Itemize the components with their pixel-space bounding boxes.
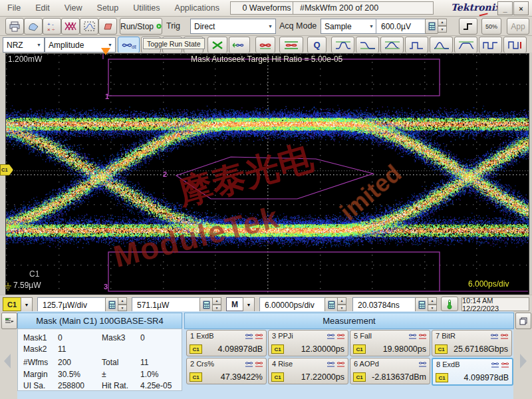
source-badge: C1: [190, 344, 202, 354]
stat-label: Hit Rat.: [102, 381, 140, 390]
menu-applications[interactable]: Applications: [168, 3, 227, 13]
measurement-cell-2[interactable]: 2 Crs% C1 47.39422%: [186, 358, 267, 384]
clear-data-button[interactable]: [98, 18, 117, 35]
eye-stat-icon[interactable]: [327, 332, 335, 339]
measurement-cell-7[interactable]: 7 BitR C1 25.67168Gbps: [432, 330, 512, 356]
mask-hits-icon[interactable]: [418, 332, 427, 339]
meas-cross-button[interactable]: [380, 37, 404, 53]
measurement-cell-6[interactable]: 6 AOPd C1 -2.813637dBm: [350, 358, 430, 384]
set-50-percent-button[interactable]: 50%: [481, 18, 501, 35]
app-button[interactable]: App: [507, 18, 529, 35]
eye-stat-icon[interactable]: [327, 360, 335, 367]
mask-waveform-counter: #MskWfm 200 of 200: [293, 1, 434, 15]
channel-select-arrow[interactable]: ▼: [21, 297, 33, 313]
mask-hits-icon[interactable]: [336, 360, 345, 367]
measurement-value: -2.813637dBm: [372, 372, 426, 382]
mask-hits-icon[interactable]: [501, 360, 509, 368]
menu-utilities[interactable]: Utilities: [126, 3, 167, 13]
trigger-slope-button[interactable]: [459, 18, 477, 35]
meas-width-button[interactable]: [454, 37, 477, 53]
horizontal-scale-field[interactable]: 6.00000ps/div: [259, 297, 329, 313]
waveform-select-button[interactable]: [80, 18, 98, 35]
menu-file[interactable]: File: [0, 3, 28, 13]
q-factor-button[interactable]: Q: [307, 37, 327, 53]
vertical-scale-field[interactable]: 125.7µW/div: [37, 297, 110, 313]
channel-select-badge[interactable]: C1: [3, 297, 21, 311]
math-button[interactable]: + -× ÷: [43, 18, 61, 35]
green-x-icon: [211, 41, 223, 50]
menu-edit[interactable]: Edit: [28, 3, 57, 13]
eye-stat-icon[interactable]: [245, 360, 253, 367]
signal-type-select[interactable]: NRZ ▼: [3, 37, 45, 53]
meas-bitrate-button[interactable]: [503, 37, 527, 53]
keypad-icon: [203, 301, 210, 309]
acq-mode-label: Acq Mode: [279, 21, 317, 31]
mask-hits-icon[interactable]: [336, 332, 345, 339]
mask-margin-button[interactable]: [279, 37, 303, 53]
measurement-cell-3[interactable]: 3 PPJi C1 12.30000ps: [268, 330, 348, 356]
measurement-cell-5[interactable]: 5 Fall C1 19.98000ps: [350, 330, 430, 356]
scroll-left-button[interactable]: [4, 354, 11, 368]
keypad-button[interactable]: [105, 297, 118, 313]
touch-button[interactable]: [24, 18, 43, 35]
trigger-source-select[interactable]: Direct ▼: [190, 19, 276, 34]
meas-period-button[interactable]: [405, 37, 428, 53]
measurement-panel-header[interactable]: Measurement: [184, 313, 514, 329]
mask-hits-icon[interactable]: [255, 360, 263, 367]
keypad-button[interactable]: [425, 19, 438, 34]
keypad-button[interactable]: [200, 297, 213, 313]
temperature-button[interactable]: [441, 297, 458, 311]
close-button[interactable]: ×: [513, 1, 529, 15]
mask-hits-button[interactable]: [255, 37, 275, 53]
mask-hits-icon[interactable]: [500, 332, 509, 339]
measurement-popup-button[interactable]: [515, 313, 531, 329]
meas-rise-fall-button[interactable]: [331, 37, 354, 53]
mask-hits-icon[interactable]: [255, 332, 263, 339]
eye-stat-icon[interactable]: [490, 332, 499, 339]
trigger-position-marker[interactable]: [101, 48, 110, 55]
menu-setup[interactable]: Setup: [90, 3, 126, 13]
meas-fall-button[interactable]: [356, 37, 379, 53]
setup-list-icon: [5, 317, 14, 325]
menu-view[interactable]: View: [57, 3, 90, 13]
stat-label: UI Sa.: [23, 381, 58, 390]
run-stop-button[interactable]: Run/Stop: [120, 18, 162, 35]
measurement-cell-8[interactable]: 8 ExdB C1 4.098978dB: [432, 358, 513, 386]
measurement-value: 25.67168Gbps: [454, 344, 508, 354]
meas-duty-button[interactable]: [479, 37, 502, 53]
scroll-right-button[interactable]: [520, 354, 527, 368]
measurement-cell-4[interactable]: 4 Rise C1 17.22000ps: [268, 358, 348, 384]
trigger-slope-icon: [463, 22, 473, 31]
vertical-offset-stepper[interactable]: ▲▼: [212, 297, 221, 311]
horizontal-position-field[interactable]: 20.03784ns: [352, 297, 420, 313]
horizontal-position-stepper[interactable]: ▲▼: [428, 297, 437, 311]
eye-db-button[interactable]: dB: [118, 37, 140, 53]
eye-stat-icon[interactable]: [245, 332, 253, 339]
timebase-select-arrow[interactable]: ▼: [243, 297, 255, 313]
eye-stat-icon[interactable]: [491, 360, 499, 368]
trigger-level-stepper[interactable]: ▲▼: [438, 19, 447, 33]
horizontal-scale-stepper[interactable]: ▲▼: [337, 297, 346, 311]
keypad-button[interactable]: [415, 297, 428, 313]
mask-test-button[interactable]: [61, 18, 80, 35]
meas-amplitude-button[interactable]: [430, 37, 453, 53]
print-button[interactable]: [5, 18, 24, 35]
trigger-level-field[interactable]: 600.0µV: [376, 19, 430, 34]
eye-stat-icon[interactable]: [408, 332, 417, 339]
mask-panel-header[interactable]: Mask (Main C1) 100GBASE-SR4: [17, 313, 182, 329]
acq-mode-select[interactable]: Sample ▼: [321, 19, 377, 34]
vertical-offset-field[interactable]: 571.1µW: [132, 297, 204, 313]
stat-value: 258800: [58, 381, 102, 390]
eye-recall-button[interactable]: [229, 37, 250, 53]
keypad-button[interactable]: [325, 297, 338, 313]
eye-autoset-button[interactable]: [207, 37, 227, 53]
mask-setup-button[interactable]: [1, 313, 17, 329]
scale-bar: C1 ▼ 125.7µW/div ▲▼ 571.1µW ▲▼ M ▼ 6.000…: [0, 295, 532, 312]
minimize-button[interactable]: _: [497, 1, 513, 15]
vertical-max-readout: 1.200mW: [8, 55, 42, 64]
vertical-scale-stepper[interactable]: ▲▼: [118, 297, 127, 311]
eye-stat-icon[interactable]: [418, 360, 427, 367]
keypad-icon: [428, 22, 436, 31]
measurement-cell-1[interactable]: 1 ExdB C1 4.098978dB: [186, 330, 267, 356]
timebase-select-badge[interactable]: M: [226, 297, 243, 311]
